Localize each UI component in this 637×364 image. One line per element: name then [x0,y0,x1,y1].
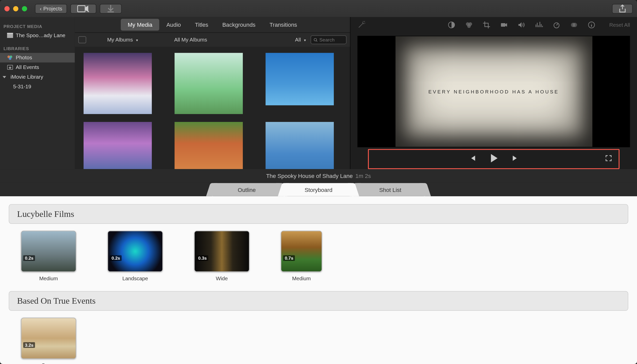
tab-my-media[interactable]: My Media [121,19,160,31]
tab-outline[interactable]: Outline [212,183,282,196]
storyboard-clip[interactable]: 0.2sMedium [21,231,76,281]
volume-icon[interactable] [517,21,525,29]
clip-thumbnail[interactable]: 0.7s [281,231,322,272]
tab-audio[interactable]: Audio [159,19,188,31]
svg-rect-12 [501,23,505,26]
color-balance-icon[interactable] [447,21,455,29]
tab-transitions[interactable]: Transitions [262,19,304,31]
play-button[interactable] [489,153,499,165]
magic-wand-icon[interactable] [357,21,365,29]
minimize-window-button[interactable] [13,6,19,11]
reset-all-button[interactable]: Reset All [609,22,630,28]
share-button[interactable] [612,4,633,13]
project-title-bar: The Spooky House of Shady Lane 1m 2s [0,169,637,182]
storyboard-clip[interactable]: 0.3sWide [194,231,249,281]
clip-filter-icon[interactable] [570,21,578,29]
media-tabs: My Media Audio Titles Backgrounds Transi… [75,17,350,32]
import-icon [77,4,90,13]
clip-row: 0.2sMedium0.2sLandscape0.3sWide0.7sMediu… [9,231,628,281]
share-icon [618,4,626,13]
close-window-button[interactable] [4,6,10,11]
clip-label: Group [41,362,56,364]
media-thumbnail-grid [75,47,350,169]
media-thumbnail[interactable] [84,53,152,114]
preview-frame: EVERY NEIGHBORHOOD HAS A HOUSE [395,36,592,147]
search-input[interactable] [319,37,343,43]
tab-shot-list[interactable]: Shot List [355,183,425,196]
updown-icon: ▾ [136,38,138,42]
storyboard-clip[interactable]: 3.2sGroup [21,318,76,364]
project-name-label: The Spoo…ady Lane [16,32,65,38]
storyboard-clip[interactable]: 0.7sMedium [281,231,322,281]
sidebar-project-item[interactable]: The Spoo…ady Lane [0,31,75,40]
next-button[interactable] [512,155,519,163]
speed-icon[interactable] [552,21,560,29]
clip-label: Landscape [122,275,148,282]
crop-icon[interactable] [482,21,490,29]
media-thumbnail[interactable] [175,122,243,169]
storyboard-section-header[interactable]: Based On True Events [9,291,628,311]
projects-label: Projects [43,5,62,11]
sidebar-item-photos[interactable]: Photos [0,53,75,63]
playback-controls [368,149,619,169]
projects-back-button[interactable]: ‹ Projects [35,4,67,13]
clip-thumbnail[interactable]: 3.2s [21,318,76,359]
viewer-pane: Reset All EVERY NEIGHBORHOOD HAS A HOUSE [350,17,637,169]
svg-point-11 [467,24,471,28]
clip-thumbnail[interactable]: 0.3s [194,231,249,272]
filter-selector[interactable]: All ▾ [295,37,306,43]
color-correction-icon[interactable] [465,21,473,29]
chevron-left-icon: ‹ [40,5,42,11]
sidebar-item-event-date[interactable]: 5-31-19 [0,82,75,91]
svg-point-7 [314,38,316,41]
sidebar-item-imovie-library[interactable]: iMovie Library [0,72,75,82]
media-thumbnail[interactable] [266,122,334,169]
tab-backgrounds[interactable]: Backgrounds [215,19,262,31]
fullscreen-button[interactable] [605,155,612,163]
project-title: The Spooky House of Shady Lane [266,172,353,179]
storyboard-tabs: Outline Storyboard Shot List [0,182,637,196]
stabilization-icon[interactable] [500,21,508,29]
download-icon [106,4,115,13]
info-icon[interactable] [587,21,595,29]
previous-button[interactable] [469,155,476,163]
maximize-window-button[interactable] [22,6,27,11]
storyboard-area: Lucybelle Films 0.2sMedium0.2sLandscape0… [0,196,637,364]
project-duration: 1m 2s [355,172,371,179]
svg-point-5 [9,57,11,60]
breadcrumb[interactable]: All My Albums [171,37,213,43]
sidebar: PROJECT MEDIA The Spoo…ady Lane LIBRARIE… [0,17,75,169]
storyboard-section-header[interactable]: Lucybelle Films [9,204,628,224]
clip-duration-badge: 0.2s [23,255,35,261]
noise-reduction-icon[interactable] [535,21,543,29]
clip-duration-badge: 0.7s [283,255,295,261]
disclosure-triangle-icon[interactable] [3,76,6,78]
search-field[interactable] [311,35,347,44]
clip-duration-badge: 0.2s [110,255,122,261]
album-selector[interactable]: My Albums ▾ [104,37,144,43]
clip-duration-badge: 0.3s [196,255,208,261]
sidebar-item-label: Photos [16,55,32,61]
import-media-button[interactable] [71,4,96,13]
media-thumbnail[interactable] [175,53,243,114]
tab-titles[interactable]: Titles [188,19,215,31]
media-browser: My Media Audio Titles Backgrounds Transi… [75,17,351,169]
storyboard-clip[interactable]: 0.2sLandscape [108,231,163,281]
clip-label: Medium [292,275,311,282]
media-thumbnail[interactable] [84,122,152,169]
tab-storyboard[interactable]: Storyboard [284,183,354,196]
browser-toolbar: My Albums ▾ All My Albums All ▾ [75,32,350,47]
svg-rect-0 [78,5,85,12]
sidebar-item-label: iMovie Library [10,74,43,80]
download-button[interactable] [100,4,122,13]
svg-point-15 [573,22,577,27]
project-media-header: PROJECT MEDIA [0,21,75,31]
clip-thumbnail[interactable]: 0.2s [108,231,163,272]
video-preview[interactable]: EVERY NEIGHBORHOOD HAS A HOUSE [357,36,630,147]
toggle-sidebar-button[interactable] [78,36,86,43]
clip-duration-badge: 3.2s [23,342,35,348]
clip-label: Wide [216,275,228,282]
sidebar-item-all-events[interactable]: All Events [0,62,75,72]
clip-thumbnail[interactable]: 0.2s [21,231,76,272]
media-thumbnail[interactable] [266,53,334,105]
